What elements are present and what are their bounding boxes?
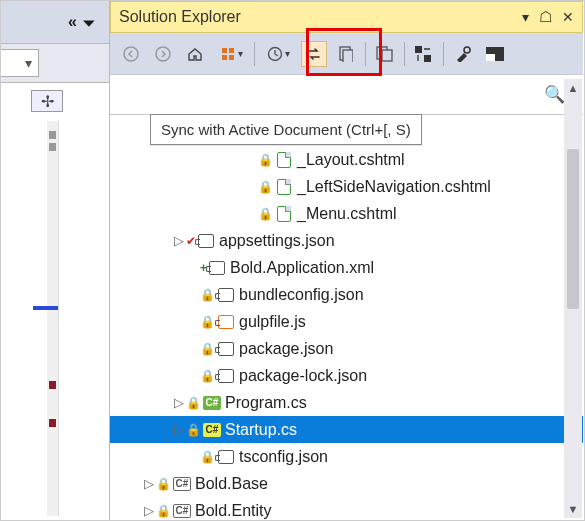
lock-icon: 🔒 xyxy=(200,342,215,356)
tree-item-label: tsconfig.json xyxy=(239,448,328,466)
toolbar-separator xyxy=(443,42,444,66)
back-button[interactable] xyxy=(118,41,144,67)
tree-item-label: Bold.Application.xml xyxy=(230,259,374,277)
tree-item[interactable]: ▷✔appsettings.json xyxy=(110,227,583,254)
svg-rect-11 xyxy=(415,46,422,53)
tree-item-label: Program.cs xyxy=(225,394,307,412)
json-icon xyxy=(197,232,215,250)
chevrons-left-icon[interactable]: « xyxy=(68,13,77,31)
preview-selected-button[interactable] xyxy=(482,41,508,67)
margin-caret-indicator xyxy=(33,306,58,310)
document-tab-well: ▾ xyxy=(1,43,109,83)
scroll-down-icon[interactable]: ▼ xyxy=(564,500,582,518)
lock-icon: 🔒 xyxy=(156,504,171,518)
refresh-button[interactable] xyxy=(333,41,359,67)
tree-item-label: Startup.cs xyxy=(225,421,297,439)
lock-icon: 🔒 xyxy=(156,477,171,491)
tree-item[interactable]: 🔒_LeftSideNavigation.cshtml xyxy=(110,173,583,200)
properties-button[interactable] xyxy=(450,41,476,67)
cssel-icon: C# xyxy=(203,421,221,439)
tree-item-label: _Layout.cshtml xyxy=(297,151,405,169)
json-icon xyxy=(217,340,235,358)
expander-icon[interactable]: ▷ xyxy=(142,476,156,491)
pin-icon[interactable]: ☖ xyxy=(539,8,552,26)
toolbar-separator xyxy=(254,42,255,66)
panel-titlebar[interactable]: Solution Explorer ▾ ☖ ✕ xyxy=(110,1,583,33)
home-button[interactable] xyxy=(182,41,208,67)
svg-rect-3 xyxy=(229,48,234,53)
tree-item-label: package.json xyxy=(239,340,333,358)
sync-with-active-document-button[interactable] xyxy=(301,41,327,67)
panel-title-text: Solution Explorer xyxy=(119,8,241,26)
margin-marker xyxy=(49,131,56,139)
switch-views-button[interactable]: ▾ xyxy=(214,41,248,67)
editor-margin xyxy=(47,121,59,516)
close-icon[interactable]: ✕ xyxy=(562,9,574,25)
tree-item[interactable]: ▷🔒C#Startup.cs xyxy=(110,416,583,443)
tree-item[interactable]: ▷🔒C#Bold.Entity xyxy=(110,497,583,520)
tooltip-text: Sync with Active Document (Ctrl+[, S) xyxy=(161,121,411,138)
docgreen-icon xyxy=(275,205,293,223)
margin-marker-error xyxy=(49,381,56,389)
vertical-scrollbar[interactable]: ▲ ▼ xyxy=(564,79,582,518)
collapse-all-button[interactable] xyxy=(372,41,398,67)
expander-icon[interactable]: ▷ xyxy=(172,422,186,437)
tree-item[interactable]: ▷🔒C#Bold.Base xyxy=(110,470,583,497)
svg-rect-5 xyxy=(229,55,234,60)
toolbar-separator xyxy=(404,42,405,66)
tree-item-label: gulpfile.js xyxy=(239,313,306,331)
scroll-thumb[interactable] xyxy=(567,149,579,309)
json-icon xyxy=(217,367,235,385)
svg-point-13 xyxy=(464,47,470,53)
tree-item-label: bundleconfig.json xyxy=(239,286,364,304)
tree-item-label: appsettings.json xyxy=(219,232,335,250)
json-icon xyxy=(217,286,235,304)
document-tab-dropdown[interactable]: ▾ xyxy=(1,49,39,77)
lock-icon: 🔒 xyxy=(200,369,215,383)
tree-item[interactable]: 🔒_Layout.cshtml xyxy=(110,146,583,173)
forward-button[interactable] xyxy=(150,41,176,67)
lock-icon: 🔒 xyxy=(200,288,215,302)
expander-icon[interactable]: ▷ xyxy=(172,233,186,248)
svg-rect-12 xyxy=(424,55,431,62)
tree-item-label: Bold.Entity xyxy=(195,502,271,520)
tree-item-label: package-lock.json xyxy=(239,367,367,385)
tree-item[interactable]: +Bold.Application.xml xyxy=(110,254,583,281)
lock-icon: 🔒 xyxy=(186,423,201,437)
scroll-up-icon[interactable]: ▲ xyxy=(564,79,582,97)
tree-item[interactable]: 🔒bundleconfig.json xyxy=(110,281,583,308)
overflow-menu-icon[interactable]: ▾ xyxy=(83,15,94,30)
solution-tree[interactable]: 🔒_Footer.cshtml🔒_Layout.cshtml🔒_LeftSide… xyxy=(110,119,583,520)
svg-rect-10 xyxy=(382,50,392,61)
margin-marker-error xyxy=(49,419,56,427)
tree-item-label: _Menu.cshtml xyxy=(297,205,397,223)
svg-rect-2 xyxy=(222,48,227,53)
tree-item[interactable]: 🔒gulpfile.js xyxy=(110,308,583,335)
show-all-files-button[interactable] xyxy=(411,41,437,67)
svg-point-0 xyxy=(124,47,138,61)
lock-icon: 🔒 xyxy=(258,153,273,167)
pending-changes-filter-button[interactable]: ▾ xyxy=(261,41,295,67)
search-box[interactable]: 🔍 ▾ xyxy=(110,75,583,115)
tree-item-label: Bold.Base xyxy=(195,475,268,493)
editor-area: « ▾ ▾ ✢ xyxy=(1,1,109,520)
lock-icon: 🔒 xyxy=(200,315,215,329)
tree-item[interactable]: ▷🔒C#Program.cs xyxy=(110,389,583,416)
lock-icon: 🔒 xyxy=(258,207,273,221)
tree-item[interactable]: 🔒tsconfig.json xyxy=(110,443,583,470)
split-pane-icon[interactable]: ✢ xyxy=(31,90,63,112)
csbox-icon: C# xyxy=(173,475,191,493)
tree-item[interactable]: 🔒package.json xyxy=(110,335,583,362)
toolbar-separator xyxy=(365,42,366,66)
search-icon[interactable]: 🔍 xyxy=(544,84,565,105)
window-position-icon[interactable]: ▾ xyxy=(522,9,529,25)
expander-icon[interactable]: ▷ xyxy=(172,395,186,410)
svg-rect-4 xyxy=(222,55,227,60)
tree-item[interactable]: 🔒package-lock.json xyxy=(110,362,583,389)
tree-item[interactable]: 🔒_Menu.cshtml xyxy=(110,200,583,227)
cs-icon: C# xyxy=(203,394,221,412)
lock-icon: 🔒 xyxy=(258,180,273,194)
json-icon xyxy=(208,259,226,277)
expander-icon[interactable]: ▷ xyxy=(142,503,156,518)
solution-explorer-toolbar: ▾ ▾ xyxy=(110,33,583,75)
